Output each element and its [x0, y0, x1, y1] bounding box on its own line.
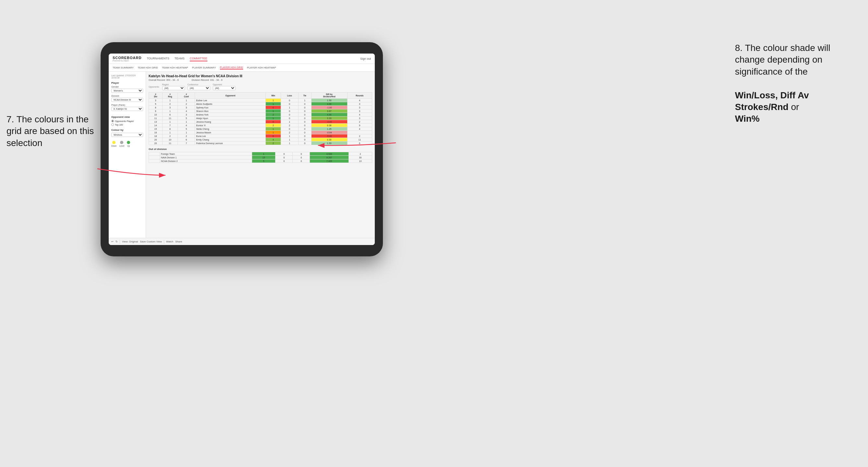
nav-sign-out[interactable]: Sign out: [360, 57, 371, 60]
ood-row: NCAA Division 2 5 0 0 7.400 10: [149, 159, 372, 163]
player-rank-label: Player (Rank): [111, 104, 143, 106]
nav-links: TOURNAMENTS TEAMS COMMITTEE: [147, 56, 360, 61]
tablet-screen: SCOREBOARD Powered by clippd TOURNAMENTS…: [109, 54, 375, 245]
nav-teams[interactable]: TEAMS: [175, 56, 185, 61]
legend-up: Up: [127, 141, 130, 147]
opponents-played-radio-dot: [111, 120, 114, 122]
nav-committee[interactable]: COMMITTEE: [190, 56, 207, 61]
subnav-team-summary[interactable]: TEAM SUMMARY: [113, 66, 134, 69]
th-conf: #Conf: [178, 93, 195, 99]
undo-btn[interactable]: ↩: [111, 240, 114, 243]
sidebar: Last Updated: 27/03/2024 16:55:38 Player…: [109, 72, 146, 238]
legend-down: Down: [111, 141, 117, 147]
table-row: 633 Sydney Kuo 010 -1.003: [149, 106, 372, 110]
opponent-select[interactable]: (All): [213, 86, 236, 90]
table-row: 11115 Heejo Hyun 100 3.333: [149, 117, 372, 120]
logo-sub: Powered by clippd: [113, 60, 142, 62]
left-annotation: 7. The colours in the grid are based on …: [6, 114, 97, 149]
top-100-radio-dot: [111, 123, 114, 126]
subnav-player-summary[interactable]: PLAYER SUMMARY: [192, 66, 216, 69]
th-tie: Tie: [298, 93, 311, 99]
table-row: 20106 Emily Chang 410 0.3011: [149, 138, 372, 142]
right-annotation-win: Win%: [735, 114, 760, 124]
right-annotation-or: or: [791, 102, 799, 112]
ood-row: Foreign Team 1 0 0 4.500 2: [149, 152, 372, 156]
conference-filter: Conference (All): [188, 84, 210, 90]
toolbar-divider-2: [164, 240, 164, 244]
table-row: 1063 Andrea York 200 4.004: [149, 113, 372, 117]
tablet-frame: SCOREBOARD Powered by clippd TOURNAMENTS…: [101, 42, 383, 256]
table-row: 20117 Federica Domecq Lacroze 210 1.336: [149, 142, 372, 145]
th-win: Win: [266, 93, 281, 99]
last-updated: Last Updated: 27/03/2024 16:55:38: [111, 74, 143, 79]
colour-by-select[interactable]: Win/loss: [111, 133, 143, 137]
division-select[interactable]: NCAA Division III: [111, 98, 143, 102]
player-rank-select[interactable]: 8. Katelyn Vo: [111, 107, 143, 111]
left-annotation-text: 7. The colours in the grid are based on …: [6, 114, 94, 148]
opponent-filter: Opponent (All): [213, 84, 236, 90]
right-annotation: 8. The colour shade will change dependin…: [735, 42, 858, 125]
redo-btn[interactable]: ↻: [116, 240, 118, 243]
nav-tournaments[interactable]: TOURNAMENTS: [147, 56, 169, 61]
th-loss: Loss: [281, 93, 298, 99]
ood-row: NAIA Division 1 15 0 0 9.267 30: [149, 156, 372, 159]
top-100-radio[interactable]: Top 100: [111, 123, 143, 126]
opponents-played-radio[interactable]: Opponents Played: [111, 120, 143, 122]
legend-level: Level: [119, 141, 125, 147]
player-section-title: Player: [111, 82, 143, 84]
data-table: #Div #Reg #Conf Opponent Win Loss Tie Di…: [149, 92, 372, 145]
watch-btn[interactable]: Watch: [166, 240, 173, 243]
ood-table: Foreign Team 1 0 0 4.500 2 NAIA Division…: [149, 152, 372, 163]
grid-area: Katelyn Vo Head-to-Head Grid for Women's…: [146, 72, 375, 238]
conference-select[interactable]: (All): [188, 86, 210, 90]
table-row: 522 Alexis Sudjianto 100 4.003: [149, 102, 372, 106]
overall-record: Overall Record: 353 - 34 - 6: [149, 79, 179, 82]
legend-down-dot: [112, 141, 116, 144]
out-of-division-title: Out of division: [149, 148, 372, 151]
logo-text: SCOREBOARD: [113, 56, 142, 60]
opponent-view-title: Opponent view: [111, 116, 143, 119]
th-diff: Diff AvStrokes/Rnd: [311, 93, 347, 99]
region-filter: Region (All): [162, 84, 185, 90]
nav-bar: SCOREBOARD Powered by clippd TOURNAMENTS…: [109, 54, 375, 64]
right-annotation-text: 8. The colour shade will change dependin…: [735, 43, 830, 76]
table-row: 1311 Jessica Huang 010 -3.002: [149, 120, 372, 124]
main-content: Last Updated: 27/03/2024 16:55:38 Player…: [109, 72, 375, 238]
subnav-player-h2h-grid[interactable]: PLAYER H2H GRID: [220, 66, 243, 69]
gender-select[interactable]: Women's: [111, 89, 143, 93]
subnav-team-h2h-grid[interactable]: TEAM H2H GRID: [137, 66, 158, 69]
subnav-player-h2h-heatmap[interactable]: PLAYER H2H HEATMAP: [247, 66, 276, 69]
view-original-btn[interactable]: View: Original: [122, 240, 138, 243]
opponents-filter: Opponents:: [149, 86, 160, 88]
table-row: 311 Esther Lee 101 1.504: [149, 99, 372, 102]
th-div: #Div: [149, 93, 162, 99]
legend: Down Level Up: [111, 141, 143, 147]
share-btn[interactable]: Share: [175, 240, 182, 243]
division-record: Division Record: 331 - 34 - 6: [192, 79, 223, 82]
table-row: 1822 Euna Lee 010 -5.002: [149, 134, 372, 138]
grid-title: Katelyn Vo Head-to-Head Grid for Women's…: [149, 74, 372, 78]
legend-up-dot: [127, 141, 130, 144]
bottom-toolbar: ↩ ↻ View: Original Save Custom View Watc…: [109, 238, 375, 245]
logo-area: SCOREBOARD Powered by clippd: [113, 56, 142, 62]
filter-row: Opponents: Region (All) Conference (All): [149, 84, 372, 90]
th-rounds: Rounds: [347, 93, 372, 99]
division-label: Division: [111, 95, 143, 97]
table-row: 1585 Stella Cheng 100 1.254: [149, 127, 372, 131]
colour-by-title: Colour by: [111, 128, 143, 131]
subnav-team-h2h-heatmap[interactable]: TEAM H2H HEATMAP: [162, 66, 188, 69]
grid-records: Overall Record: 353 - 34 - 6 Division Re…: [149, 79, 372, 82]
save-custom-btn[interactable]: Save Custom View: [140, 240, 162, 243]
toolbar-divider-1: [120, 240, 120, 244]
table-row: 914 Sharon Mun 100 3.673: [149, 110, 372, 113]
gender-label: Gender: [111, 86, 143, 88]
region-select[interactable]: (All): [162, 86, 185, 90]
table-row: 1611 Jessica Mason 120 -0.94: [149, 131, 372, 134]
sub-nav: TEAM SUMMARY TEAM H2H GRID TEAM H2H HEAT…: [109, 64, 375, 72]
table-row: 1474 Eunice Yi 220 0.389: [149, 124, 372, 127]
th-opponent: Opponent: [195, 93, 266, 99]
legend-level-dot: [120, 141, 123, 144]
th-reg: #Reg: [162, 93, 178, 99]
